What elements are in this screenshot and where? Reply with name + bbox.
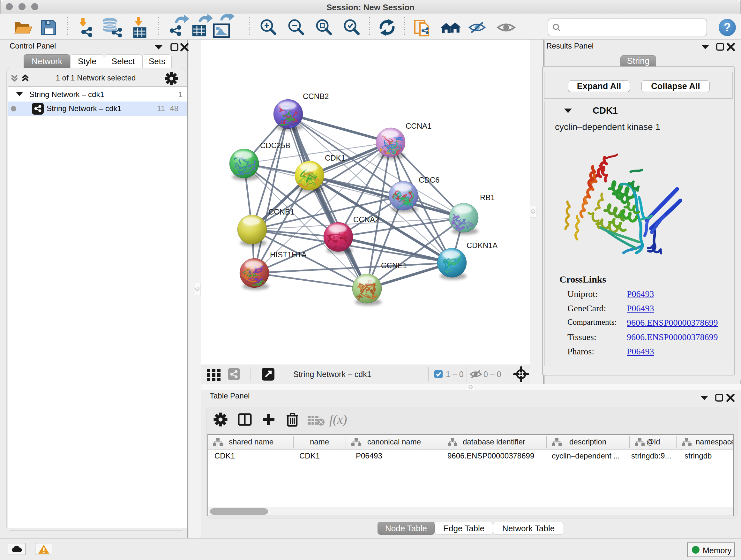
svg-text:CCNA2: CCNA2 xyxy=(353,215,379,224)
svg-text:CDC25B: CDC25B xyxy=(260,141,290,150)
svg-text:CDC6: CDC6 xyxy=(419,176,440,184)
svg-text:CCNA1: CCNA1 xyxy=(406,122,431,130)
svg-text:RB1: RB1 xyxy=(480,193,495,202)
svg-text:0 – 0: 0 – 0 xyxy=(483,370,501,379)
svg-text:CCNB2: CCNB2 xyxy=(303,92,329,101)
svg-text:1 – 0: 1 – 0 xyxy=(446,370,464,379)
svg-text:CCNE1: CCNE1 xyxy=(381,261,407,270)
svg-text:String Network – cdk1: String Network – cdk1 xyxy=(293,370,372,379)
svg-text:CDKN1A: CDKN1A xyxy=(467,241,497,250)
svg-text:CCNB1: CCNB1 xyxy=(268,207,294,216)
svg-text:HIST1H1A: HIST1H1A xyxy=(270,250,307,259)
svg-text:CDK1: CDK1 xyxy=(325,153,345,162)
